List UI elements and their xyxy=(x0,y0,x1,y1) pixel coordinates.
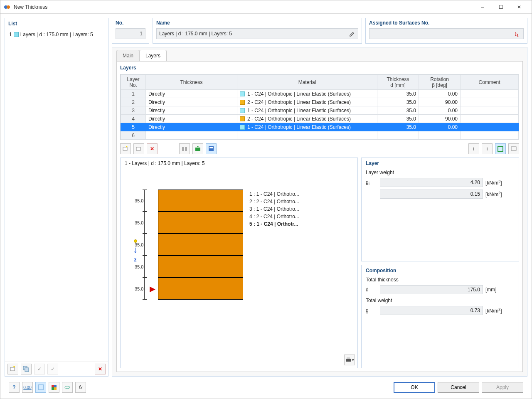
cell-thickness[interactable]: Directly xyxy=(146,123,237,131)
svg-rect-10 xyxy=(185,147,187,151)
name-field[interactable]: Layers | d : 175.0 mm | Layers: 5 xyxy=(156,28,358,39)
material-swatch-icon xyxy=(240,91,245,96)
assigned-field[interactable] xyxy=(369,28,524,39)
cell-comment[interactable] xyxy=(461,90,519,98)
info-button-1[interactable]: i xyxy=(468,143,479,154)
edit-name-icon[interactable] xyxy=(348,30,356,38)
table-row[interactable]: 5Directly1 - C24 | Orthotropic | Linear … xyxy=(121,123,519,131)
col-thickness[interactable]: Thickness xyxy=(146,75,237,90)
cell-beta[interactable]: 90.00 xyxy=(419,98,461,106)
display-button[interactable] xyxy=(62,382,73,393)
color-button[interactable] xyxy=(49,382,59,393)
print-preview-button[interactable]: ▾ xyxy=(344,355,355,365)
tab-main[interactable]: Main xyxy=(116,50,140,61)
cell-d[interactable]: 35.0 xyxy=(377,123,419,131)
new-item-button[interactable] xyxy=(7,364,18,374)
preview-canvas: 35.035.035.035.035.0 ↓ z ▶ 1 : 1 - xyxy=(125,169,353,365)
cell-comment[interactable] xyxy=(461,131,519,140)
new-layer-button[interactable] xyxy=(120,143,131,154)
table-row[interactable]: 3Directly1 - C24 | Orthotropic | Linear … xyxy=(121,106,519,115)
close-button[interactable]: ✕ xyxy=(510,1,528,13)
list-item[interactable]: 1 Layers | d : 175.0 mm | Layers: 5 xyxy=(9,31,104,38)
window-buttons: – ☐ ✕ xyxy=(473,1,528,13)
legend-entry: 2 : 2 - C24 | Orthotro... xyxy=(249,199,324,206)
save-button[interactable] xyxy=(206,143,217,154)
info-button-2[interactable]: i xyxy=(482,143,493,154)
window-title: New Thickness xyxy=(14,4,473,10)
view-settings-button[interactable] xyxy=(495,143,506,154)
col-rotation[interactable]: Rotation β [deg] xyxy=(419,75,461,90)
cell-comment[interactable] xyxy=(461,123,519,131)
table-row[interactable]: 6 xyxy=(121,131,519,140)
cell-comment[interactable] xyxy=(461,98,519,106)
pick-surfaces-icon[interactable] xyxy=(513,30,522,38)
cell-material[interactable]: 1 - C24 | Orthotropic | Linear Elastic (… xyxy=(237,106,377,115)
cell-material[interactable]: 2 - C24 | Orthotropic | Linear Elastic (… xyxy=(237,115,377,123)
col-layer-no[interactable]: Layer No. xyxy=(121,75,146,90)
apply-button[interactable]: Apply xyxy=(482,382,523,393)
cell-material[interactable]: 2 - C24 | Orthotropic | Linear Elastic (… xyxy=(237,98,377,106)
check-button[interactable]: ✓ xyxy=(34,364,45,374)
cell-d[interactable]: 35.0 xyxy=(377,115,419,123)
tab-layers[interactable]: Layers xyxy=(139,50,167,61)
import-button[interactable] xyxy=(192,143,203,154)
cell-beta[interactable]: 0.00 xyxy=(419,123,461,131)
help-button[interactable]: ? xyxy=(9,382,20,393)
material-swatch-icon xyxy=(240,116,245,121)
table-row[interactable]: 4Directly2 - C24 | Orthotropic | Linear … xyxy=(121,115,519,123)
table-row[interactable]: 2Directly2 - C24 | Orthotropic | Linear … xyxy=(121,98,519,106)
preview-title: 1 - Layers | d : 175.0 mm | Layers: 5 xyxy=(125,160,353,166)
cell-material[interactable]: 1 - C24 | Orthotropic | Linear Elastic (… xyxy=(237,90,377,98)
cell-thickness[interactable]: Directly xyxy=(146,98,237,106)
row-number: 3 xyxy=(121,106,146,115)
function-button[interactable]: fx xyxy=(75,382,86,393)
col-comment[interactable]: Comment xyxy=(461,75,519,90)
legend-entry: 4 : 2 - C24 | Orthotro... xyxy=(249,214,324,221)
axis-dot-icon xyxy=(134,239,137,243)
layers-grid[interactable]: Layer No. Thickness Material Thickness d… xyxy=(120,74,519,140)
minimize-button[interactable]: – xyxy=(473,1,492,13)
table-row[interactable]: 1Directly1 - C24 | Orthotropic | Linear … xyxy=(121,90,519,98)
cell-beta[interactable]: 0.00 xyxy=(419,106,461,115)
cell-d[interactable] xyxy=(377,131,419,140)
cell-thickness[interactable]: Directly xyxy=(146,106,237,115)
cell-d[interactable]: 35.0 xyxy=(377,98,419,106)
check-alt-button[interactable]: ✓ xyxy=(47,364,58,374)
cell-beta[interactable]: 90.00 xyxy=(419,115,461,123)
delete-layer-button[interactable]: ✕ xyxy=(147,143,158,154)
dimension-label: 35.0 xyxy=(135,190,147,212)
units-button[interactable]: 0.00 xyxy=(22,382,33,393)
pointer-marker-icon: ▶ xyxy=(150,284,155,293)
view-button[interactable] xyxy=(35,382,46,393)
cell-thickness[interactable]: Directly xyxy=(146,90,237,98)
delete-item-button[interactable]: ✕ xyxy=(95,364,106,374)
ok-button[interactable]: OK xyxy=(394,382,435,393)
cell-thickness[interactable]: Directly xyxy=(146,115,237,123)
cell-d[interactable]: 35.0 xyxy=(377,90,419,98)
cell-comment[interactable] xyxy=(461,106,519,115)
tabs: Main Layers xyxy=(112,47,527,61)
no-field[interactable]: 1 xyxy=(116,28,145,39)
cell-d[interactable]: 35.0 xyxy=(377,106,419,115)
layers-section-title: Layers xyxy=(120,65,519,71)
svg-rect-18 xyxy=(38,385,43,390)
gi2-unit: [kN/m2] xyxy=(485,191,515,197)
library-button[interactable] xyxy=(179,143,190,154)
display-settings-button[interactable] xyxy=(508,143,519,154)
cell-material[interactable] xyxy=(237,131,377,140)
maximize-button[interactable]: ☐ xyxy=(492,1,510,13)
copy-item-button[interactable] xyxy=(21,364,32,374)
col-thickness-d[interactable]: Thickness d [mm] xyxy=(377,75,419,90)
cancel-button[interactable]: Cancel xyxy=(438,382,479,393)
cell-material[interactable]: 1 - C24 | Orthotropic | Linear Elastic (… xyxy=(237,123,377,131)
copy-layer-button[interactable] xyxy=(133,143,144,154)
title-bar: New Thickness – ☐ ✕ xyxy=(0,0,532,14)
cell-comment[interactable] xyxy=(461,115,519,123)
cell-thickness[interactable] xyxy=(146,131,237,140)
col-material[interactable]: Material xyxy=(237,75,377,90)
list-tree[interactable]: 1 Layers | d : 175.0 mm | Layers: 5 xyxy=(5,29,108,362)
legend-entry: 5 : 1 - C24 | Orthotr... xyxy=(249,221,324,229)
cell-beta[interactable]: 0.00 xyxy=(419,90,461,98)
content-area: Main Layers Layers Layer No. Thickness xyxy=(112,47,527,377)
cell-beta[interactable] xyxy=(419,131,461,140)
